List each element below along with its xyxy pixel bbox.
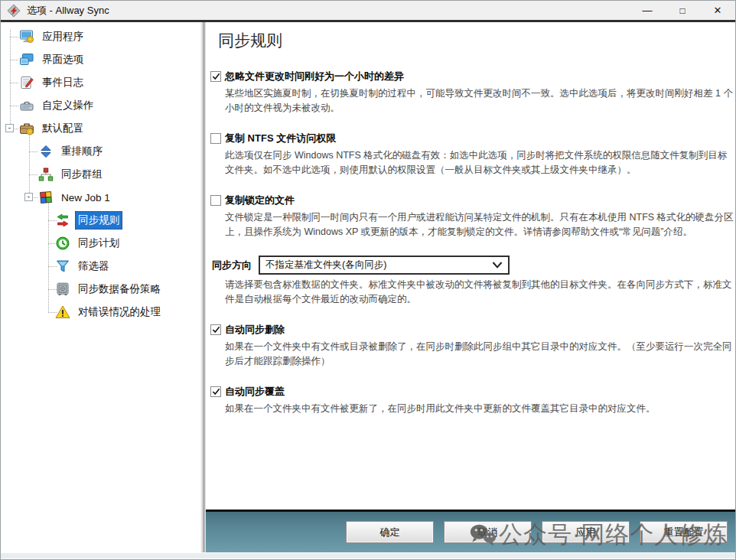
sidebar-item-label: 事件日志 bbox=[39, 73, 86, 92]
sidebar-item-label: 重排顺序 bbox=[58, 142, 106, 161]
job-cube-icon bbox=[38, 190, 54, 205]
ok-button[interactable]: 确定 bbox=[346, 521, 434, 543]
option-copy-locked-files: 复制锁定的文件 文件锁定是一种限制同一时间内只有一个用户或进程能访问某特定文件的… bbox=[210, 194, 734, 239]
option-title: 自动同步覆盖 bbox=[225, 385, 285, 399]
sync-direction-label: 同步方向 bbox=[212, 259, 252, 272]
sidebar-item-label: 同步规则 bbox=[75, 211, 122, 230]
options-tree: 应用程序 界面选项 事件日志 自定 bbox=[1, 22, 200, 552]
sync-schedule-icon bbox=[55, 236, 70, 251]
sidebar-separator bbox=[200, 22, 206, 552]
sidebar-item-application[interactable]: 应用程序 bbox=[1, 25, 200, 48]
auto-sync-delete-checkbox[interactable] bbox=[210, 324, 221, 335]
option-description: 文件锁定是一种限制同一时间内只有一个用户或进程能访问某特定文件的机制。只有在本机… bbox=[225, 210, 734, 239]
sidebar-item-sync-schedule[interactable]: 同步计划 bbox=[1, 232, 200, 255]
option-ignore-hour-difference: 忽略文件更改时间刚好为一个小时的差异 某些地区实施夏时制，在切换夏时制的过程中，… bbox=[210, 70, 734, 116]
apply-button[interactable]: 应用 bbox=[542, 521, 630, 543]
error-handling-icon bbox=[55, 304, 70, 320]
reorder-icon bbox=[38, 144, 54, 159]
sync-rules-icon bbox=[55, 213, 70, 228]
sidebar-item-backup-policy[interactable]: 同步数据备份策略 bbox=[1, 278, 200, 301]
option-sync-direction: 同步方向 不指定基准文件夹(各向同步) 请选择要包含标准数据的文件夹。标准文件夹… bbox=[210, 256, 734, 307]
sidebar-item-label: 默认配置 bbox=[39, 119, 86, 138]
page-title: 同步规则 bbox=[218, 30, 734, 51]
dialog-button-bar: 确定 取消 应用 重置配置 公众号·网络个人修炼 bbox=[206, 510, 735, 552]
window-bottom-edge bbox=[1, 552, 735, 558]
collapse-toggle-icon[interactable]: - bbox=[5, 124, 14, 132]
option-auto-sync-delete: 自动同步删除 如果在一个文件夹中有文件或目录被删除了，在同步时删除此同步组中其它… bbox=[210, 323, 734, 369]
sidebar-item-label: 界面选项 bbox=[39, 50, 86, 69]
custom-actions-icon bbox=[19, 98, 34, 113]
sync-direction-select[interactable]: 不指定基准文件夹(各向同步) bbox=[259, 256, 510, 275]
sidebar-item-label: 自定义操作 bbox=[39, 96, 97, 115]
application-icon bbox=[19, 29, 34, 44]
sidebar-item-default-config[interactable]: - 默认配置 bbox=[1, 117, 200, 140]
sidebar-item-label: 同步数据备份策略 bbox=[75, 280, 164, 298]
backup-policy-icon bbox=[55, 282, 70, 297]
option-title: 自动同步删除 bbox=[225, 323, 285, 337]
option-description: 此选项仅在同步 Windows NTFS 格式化的磁盘有效：如选中此选项，同步时… bbox=[225, 148, 734, 177]
checkmark-icon bbox=[212, 73, 220, 80]
sidebar-item-interface[interactable]: 界面选项 bbox=[1, 48, 200, 71]
auto-sync-overwrite-checkbox[interactable] bbox=[210, 386, 221, 397]
option-title: 忽略文件更改时间刚好为一个小时的差异 bbox=[225, 70, 404, 83]
sync-group-icon bbox=[38, 167, 54, 182]
sidebar-item-label: 同步群组 bbox=[58, 165, 106, 184]
option-title: 复制锁定的文件 bbox=[225, 194, 295, 207]
copy-ntfs-permissions-checkbox[interactable] bbox=[210, 133, 221, 144]
window-title: 选项 - Allway Sync bbox=[27, 4, 109, 18]
option-description: 请选择要包含标准数据的文件夹。标准文件夹中被改动的文件将被复制到其他的目标文件夹… bbox=[225, 278, 734, 307]
event-log-icon bbox=[19, 75, 34, 90]
sidebar-item-sync-rules[interactable]: 同步规则 bbox=[1, 209, 200, 232]
sync-rules-page: 同步规则 忽略文件更改时间刚好为一个小时的差异 某些地区实施夏时制，在切换夏时制… bbox=[206, 22, 735, 510]
sync-direction-value: 不指定基准文件夹(各向同步) bbox=[265, 259, 386, 272]
ignore-hour-difference-checkbox[interactable] bbox=[210, 71, 221, 82]
allway-sync-logo-icon bbox=[7, 4, 21, 18]
sidebar-item-custom-actions[interactable]: 自定义操作 bbox=[1, 94, 200, 117]
sidebar-item-label: 应用程序 bbox=[39, 28, 86, 46]
checkmark-icon bbox=[212, 388, 220, 396]
collapse-toggle-icon[interactable]: - bbox=[24, 193, 33, 201]
sidebar-item-new-job-1[interactable]: - New Job 1 bbox=[1, 186, 200, 209]
cancel-button[interactable]: 取消 bbox=[444, 521, 532, 543]
window-body: 应用程序 界面选项 事件日志 自定 bbox=[1, 22, 735, 552]
chevron-down-icon bbox=[492, 262, 503, 269]
option-description: 如果在一个文件夹中有文件或目录被删除了，在同步时删除此同步组中其它目录中的对应文… bbox=[225, 340, 734, 369]
sidebar-item-label: 同步计划 bbox=[75, 234, 122, 252]
option-auto-sync-overwrite: 自动同步覆盖 如果在一个文件夹中有文件被更新了，在同步时用此文件夹中更新的文件覆… bbox=[210, 385, 734, 416]
sidebar-item-label: 筛选器 bbox=[75, 257, 112, 275]
copy-locked-files-checkbox[interactable] bbox=[210, 195, 221, 206]
default-config-icon bbox=[19, 121, 34, 136]
maximize-button[interactable]: □ bbox=[665, 0, 700, 21]
title-bar: 选项 - Allway Sync — □ ✕ bbox=[1, 1, 735, 22]
reset-config-button[interactable]: 重置配置 bbox=[640, 521, 728, 543]
sidebar-item-reorder[interactable]: 重排顺序 bbox=[1, 140, 200, 163]
option-copy-ntfs-permissions: 复制 NTFS 文件访问权限 此选项仅在同步 Windows NTFS 格式化的… bbox=[210, 132, 734, 177]
interface-icon bbox=[19, 52, 34, 67]
option-description: 某些地区实施夏时制，在切换夏时制的过程中，可能导致文件更改时间不一致。选中此选项… bbox=[225, 86, 734, 116]
sidebar-item-label: 对错误情况的处理 bbox=[75, 303, 164, 321]
option-title: 复制 NTFS 文件访问权限 bbox=[225, 132, 336, 145]
checkmark-icon bbox=[212, 326, 220, 334]
sidebar-item-label: New Job 1 bbox=[58, 190, 113, 206]
minimize-button[interactable]: — bbox=[630, 0, 665, 21]
sidebar-item-sync-group[interactable]: 同步群组 bbox=[1, 163, 200, 186]
close-button[interactable]: ✕ bbox=[700, 0, 735, 21]
option-description: 如果在一个文件夹中有文件被更新了，在同步时用此文件夹中更新的文件覆盖其它目录中的… bbox=[225, 402, 734, 416]
sidebar-item-event-log[interactable]: 事件日志 bbox=[1, 71, 200, 94]
sidebar-item-filters[interactable]: 筛选器 bbox=[1, 255, 200, 278]
main-panel: 同步规则 忽略文件更改时间刚好为一个小时的差异 某些地区实施夏时制，在切换夏时制… bbox=[206, 22, 735, 552]
filter-icon bbox=[55, 259, 70, 274]
sidebar-item-error-handling[interactable]: 对错误情况的处理 bbox=[1, 301, 200, 324]
